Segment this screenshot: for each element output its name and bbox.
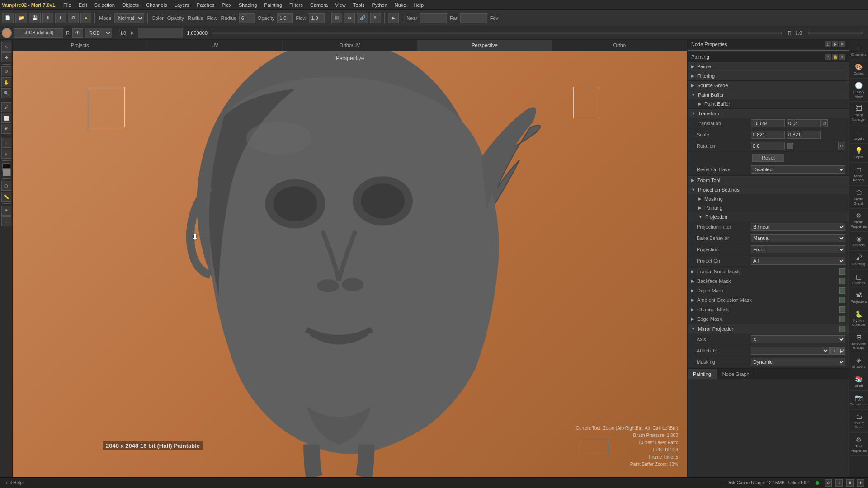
sidebar-colors[interactable]: 🎨 Colors (849, 61, 868, 79)
menu-item-camera[interactable]: Camera (307, 1, 331, 9)
new-button[interactable]: 📄 (2, 13, 14, 23)
menu-item-shading[interactable]: Shading (235, 1, 260, 9)
tab-painting[interactable]: Painting (688, 369, 717, 379)
colorspace-button[interactable]: sRGB (default) (14, 28, 63, 38)
menu-item-objects[interactable]: Objects (118, 1, 142, 9)
r-slider[interactable] (808, 32, 863, 34)
tab-node-graph[interactable]: Node Graph (717, 369, 755, 379)
ao-toggle[interactable] (839, 297, 845, 303)
grid-button[interactable]: ⊞ (331, 13, 342, 23)
channel-toggle[interactable] (839, 306, 845, 313)
zoom-tool[interactable]: 🔍 (1, 88, 11, 98)
sidebar-image-manager[interactable]: 🖼 Image Manager (849, 102, 868, 125)
opacity-input[interactable] (277, 13, 293, 23)
projection-settings-header[interactable]: ▼ Projection Settings (688, 185, 849, 194)
reset-button[interactable]: Reset (752, 154, 784, 162)
grid-tool[interactable]: ⊞ (1, 138, 11, 148)
mirror-button[interactable]: ⇔ (344, 13, 355, 23)
sidebar-patches[interactable]: ◫ Patches (849, 270, 868, 289)
menu-item-channels[interactable]: Channels (142, 1, 170, 9)
menu-item-view[interactable]: View (331, 1, 349, 9)
sidebar-painting[interactable]: 🖌 Painting (849, 251, 868, 270)
sidebar-projectors[interactable]: 📽 Projectors (849, 289, 868, 307)
show-all[interactable]: ◻ (1, 216, 11, 226)
painting-info-btn[interactable]: ? (825, 54, 831, 60)
save-button[interactable]: 💾 (29, 13, 41, 23)
menu-item-file[interactable]: File (60, 1, 75, 9)
sidebar-selection-groups[interactable]: ⊞ Selection Groups (849, 331, 868, 353)
marquee-tool[interactable]: ⬡ (1, 181, 11, 191)
paint-buffer-sub-header[interactable]: ▶ Paint Buffer (688, 99, 849, 108)
sidebar-tool-properties[interactable]: ⚙ Tool Properties (849, 433, 868, 456)
value-slider[interactable] (213, 32, 782, 34)
open-button[interactable]: 📁 (15, 13, 27, 23)
backface-toggle[interactable] (839, 278, 845, 284)
pan-tool[interactable]: ✋ (1, 77, 11, 87)
source-grade-header[interactable]: ▶ Source Grade (688, 81, 849, 90)
translation-y-input[interactable] (787, 119, 821, 127)
status-settings-btn[interactable]: ⚙ (825, 479, 832, 487)
axis-select[interactable]: X Y Z (751, 335, 845, 343)
rotation-reset-btn[interactable]: ↺ (838, 142, 845, 150)
snap-button[interactable]: 🔗 (357, 13, 368, 23)
menu-item-filters[interactable]: Filters (286, 1, 307, 9)
background-color[interactable] (3, 168, 11, 176)
viewport-content[interactable]: ⬍ Perspective 2048 x 2048 16 bit (Half) … (13, 51, 687, 477)
menu-item-layers[interactable]: Layers (171, 1, 193, 9)
status-info-btn[interactable]: i (835, 479, 843, 487)
settings-button[interactable]: ⚙ (68, 13, 79, 23)
rotate-view[interactable]: ↺ (1, 66, 11, 76)
menu-item-painting[interactable]: Painting (260, 1, 286, 9)
painter-header[interactable]: ▶ Painter (688, 62, 849, 71)
render-button[interactable]: ● (80, 13, 91, 23)
menu-item-python[interactable]: Python (368, 1, 391, 9)
viewport-area[interactable]: Projects UV Ortho/UV Perspective Ortho (13, 40, 687, 477)
mirror-projection-header[interactable]: ▼ Mirror Projection (688, 324, 849, 334)
fractal-noise-toggle[interactable] (839, 268, 845, 275)
sidebar-node-properties[interactable]: ⚙ Node Properties (849, 209, 868, 232)
rotation-lock[interactable] (787, 143, 793, 149)
clone-tool[interactable]: ◩ (1, 124, 11, 134)
project-on-select[interactable]: All (751, 257, 845, 265)
paint-tool[interactable]: 🖌 (1, 102, 11, 112)
menu-item-tools[interactable]: Tools (349, 1, 368, 9)
mirror-toggle[interactable] (839, 326, 845, 332)
measure-tool[interactable]: 📏 (1, 192, 11, 202)
painting-lock-btn[interactable]: 🔒 (832, 54, 838, 60)
select-tool[interactable]: ↖ (1, 42, 11, 52)
sidebar-channels[interactable]: ≡ Channels (849, 42, 868, 60)
depth-toggle[interactable] (839, 287, 845, 294)
nav-right-btn[interactable]: ▶ (832, 41, 838, 47)
masking-dynamic-select[interactable]: Dynamic (751, 358, 845, 366)
scale-y-input[interactable] (787, 131, 821, 139)
sidebar-lights[interactable]: 💡 Lights (849, 144, 868, 163)
sidebar-texture-sets[interactable]: 🗂 Texture Sets (849, 410, 868, 433)
hide-tool[interactable]: 👁 (1, 206, 11, 216)
status-expand-btn[interactable]: ⬆ (857, 479, 864, 487)
eraser-tool[interactable]: ⬜ (1, 113, 11, 123)
scale-x-input[interactable] (751, 131, 785, 139)
menu-item-selection[interactable]: Selection (91, 1, 118, 9)
status-pause-btn[interactable]: ⏸ (846, 479, 854, 487)
layer-tool[interactable]: ≡ (1, 149, 11, 159)
sidebar-shaders[interactable]: ◈ Shaders (849, 354, 868, 372)
export-button[interactable]: ⬆ (55, 13, 66, 23)
tab-perspective[interactable]: Perspective (417, 40, 552, 51)
far-input[interactable] (460, 13, 487, 23)
translation-reset-btn[interactable]: ↺ (821, 119, 828, 127)
filtering-header[interactable]: ▶ Filtering (688, 71, 849, 80)
rotate-button[interactable]: ↻ (370, 13, 381, 23)
menu-item-help[interactable]: Help (410, 1, 427, 9)
painting-close-btn[interactable]: ✕ (839, 54, 845, 60)
masking-sub-header[interactable]: ▶ Masking (688, 194, 849, 203)
tab-uv[interactable]: UV (147, 40, 282, 51)
eyedropper-button[interactable]: 👁 (72, 28, 83, 38)
attach-to-p-btn[interactable]: P (838, 347, 845, 355)
paint-buffer-header[interactable]: ▼ Paint Buffer (688, 90, 849, 99)
import-button[interactable]: ⬇ (42, 13, 53, 23)
sidebar-objects[interactable]: ◉ Objects (849, 232, 868, 251)
reset-on-bake-select[interactable]: Disabled (751, 165, 845, 174)
menu-item-edit[interactable]: Edit (75, 1, 91, 9)
sidebar-history[interactable]: 🕐 History View (849, 79, 868, 102)
projection-select[interactable]: Front (751, 245, 845, 253)
